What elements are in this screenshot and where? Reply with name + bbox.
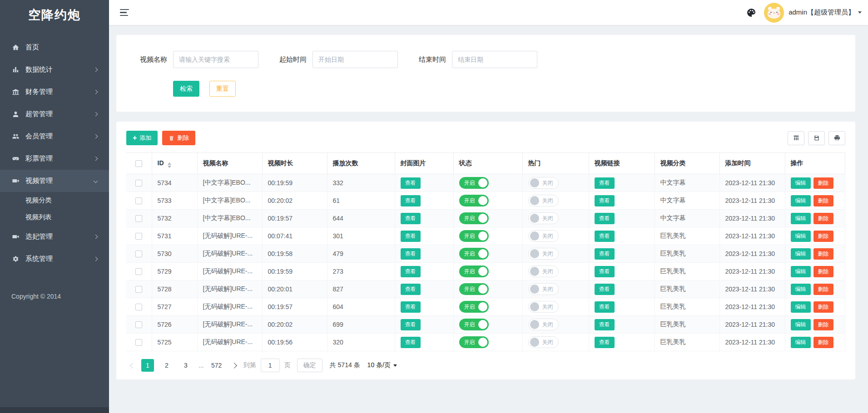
sidebar-item-members[interactable]: 会员管理: [0, 125, 109, 148]
sort-icon[interactable]: [168, 162, 171, 168]
sidebar-subitem-video-list[interactable]: 视频列表: [0, 209, 109, 226]
sidebar-item-finance[interactable]: 财务管理: [0, 81, 109, 103]
cover-view-button[interactable]: 查看: [401, 301, 421, 313]
cover-view-button[interactable]: 查看: [401, 213, 421, 224]
hot-toggle[interactable]: 关闭: [528, 230, 559, 242]
status-toggle[interactable]: 开启: [459, 212, 489, 224]
hot-toggle[interactable]: 关闭: [528, 195, 559, 206]
row-checkbox[interactable]: [135, 251, 142, 257]
hot-toggle[interactable]: 关闭: [528, 319, 559, 330]
row-checkbox[interactable]: [135, 321, 142, 328]
edit-button[interactable]: 编辑: [791, 337, 811, 348]
cover-view-button[interactable]: 查看: [401, 195, 421, 206]
start-date-input[interactable]: [312, 51, 398, 68]
edit-button[interactable]: 编辑: [791, 195, 811, 206]
sidebar-toggle-button[interactable]: [120, 9, 129, 16]
row-delete-button[interactable]: 删除: [813, 319, 833, 330]
columns-toggle-button[interactable]: [788, 131, 804, 145]
export-button[interactable]: [808, 131, 825, 145]
column-header-id[interactable]: ID: [152, 153, 197, 174]
prev-page-button[interactable]: [130, 363, 136, 369]
row-checkbox[interactable]: [135, 268, 142, 275]
edit-button[interactable]: 编辑: [791, 319, 811, 330]
link-view-button[interactable]: 查看: [595, 266, 615, 277]
status-toggle[interactable]: 开启: [459, 230, 489, 242]
select-all-checkbox[interactable]: [135, 160, 142, 167]
search-button[interactable]: 检索: [173, 81, 199, 97]
user-avatar[interactable]: [764, 3, 784, 23]
status-toggle[interactable]: 开启: [459, 195, 489, 206]
hot-toggle[interactable]: 关闭: [528, 283, 559, 295]
sidebar-item-statistics[interactable]: 数据统计: [0, 59, 109, 81]
page-button-1[interactable]: 1: [141, 359, 154, 372]
edit-button[interactable]: 编辑: [791, 248, 811, 260]
status-toggle[interactable]: 开启: [459, 177, 489, 189]
status-toggle[interactable]: 开启: [459, 301, 489, 313]
page-button-3[interactable]: 3: [179, 359, 192, 372]
row-delete-button[interactable]: 删除: [813, 301, 833, 313]
link-view-button[interactable]: 查看: [595, 284, 615, 295]
sidebar-item-home[interactable]: 首页: [0, 36, 109, 59]
link-view-button[interactable]: 查看: [595, 177, 615, 189]
add-button[interactable]: + 添加: [126, 131, 158, 145]
hot-toggle[interactable]: 关闭: [528, 212, 559, 224]
hot-toggle[interactable]: 关闭: [528, 336, 559, 348]
cover-view-button[interactable]: 查看: [401, 266, 421, 277]
cover-view-button[interactable]: 查看: [401, 177, 421, 189]
sidebar-item-superadmin[interactable]: 超管管理: [0, 103, 109, 125]
cover-view-button[interactable]: 查看: [401, 319, 421, 330]
sidebar-item-system[interactable]: 系统管理: [0, 248, 109, 270]
status-toggle[interactable]: 开启: [459, 319, 489, 330]
row-delete-button[interactable]: 删除: [813, 284, 833, 295]
edit-button[interactable]: 编辑: [791, 231, 811, 242]
link-view-button[interactable]: 查看: [595, 213, 615, 224]
sidebar-item-video-management[interactable]: 视频管理: [0, 170, 109, 192]
goto-page-input[interactable]: [261, 359, 280, 372]
row-delete-button[interactable]: 删除: [813, 195, 833, 206]
row-checkbox[interactable]: [135, 197, 142, 204]
row-delete-button[interactable]: 删除: [813, 248, 833, 260]
hot-toggle[interactable]: 关闭: [528, 177, 559, 189]
sidebar-item-lottery[interactable]: 彩票管理: [0, 148, 109, 170]
next-page-button[interactable]: [231, 363, 237, 369]
link-view-button[interactable]: 查看: [595, 231, 615, 242]
sidebar-item-concubine[interactable]: 选妃管理: [0, 226, 109, 248]
status-toggle[interactable]: 开启: [459, 336, 489, 348]
cover-view-button[interactable]: 查看: [401, 248, 421, 260]
row-checkbox[interactable]: [135, 339, 142, 346]
page-button-2[interactable]: 2: [160, 359, 173, 372]
goto-confirm-button[interactable]: 确定: [297, 359, 322, 372]
row-delete-button[interactable]: 删除: [813, 213, 833, 224]
link-view-button[interactable]: 查看: [595, 195, 615, 206]
edit-button[interactable]: 编辑: [791, 266, 811, 277]
theme-palette-icon[interactable]: [746, 7, 757, 18]
video-name-input[interactable]: [173, 51, 258, 68]
reset-button[interactable]: 重置: [209, 81, 236, 97]
hot-toggle[interactable]: 关闭: [528, 301, 559, 313]
status-toggle[interactable]: 开启: [459, 266, 489, 277]
edit-button[interactable]: 编辑: [791, 284, 811, 295]
user-menu[interactable]: admin【超级管理员】: [789, 8, 862, 17]
edit-button[interactable]: 编辑: [791, 177, 811, 189]
row-delete-button[interactable]: 删除: [813, 266, 833, 277]
row-delete-button[interactable]: 删除: [813, 337, 833, 348]
row-delete-button[interactable]: 删除: [813, 231, 833, 242]
delete-button[interactable]: 删除: [162, 131, 195, 145]
link-view-button[interactable]: 查看: [595, 337, 615, 348]
cover-view-button[interactable]: 查看: [401, 284, 421, 295]
print-button[interactable]: [828, 131, 845, 145]
page-button-572[interactable]: 572: [210, 359, 223, 372]
link-view-button[interactable]: 查看: [595, 248, 615, 260]
hot-toggle[interactable]: 关闭: [528, 248, 559, 260]
cover-view-button[interactable]: 查看: [401, 231, 421, 242]
page-size-select[interactable]: 10 条/页: [367, 361, 397, 369]
row-checkbox[interactable]: [135, 304, 142, 310]
end-date-input[interactable]: [452, 51, 537, 68]
sidebar-subitem-video-category[interactable]: 视频分类: [0, 192, 109, 209]
row-checkbox[interactable]: [135, 215, 142, 222]
link-view-button[interactable]: 查看: [595, 319, 615, 330]
row-delete-button[interactable]: 删除: [813, 177, 833, 189]
link-view-button[interactable]: 查看: [595, 301, 615, 313]
edit-button[interactable]: 编辑: [791, 301, 811, 313]
status-toggle[interactable]: 开启: [459, 248, 489, 260]
